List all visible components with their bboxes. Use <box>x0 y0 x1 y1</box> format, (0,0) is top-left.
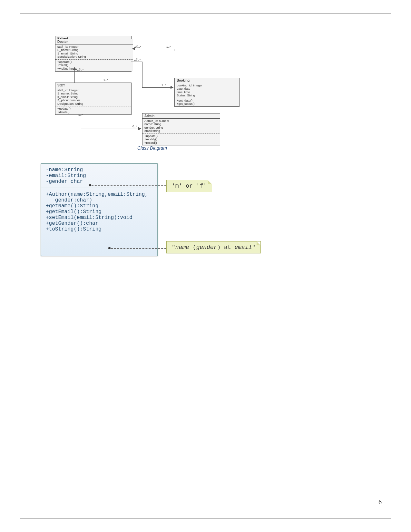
assoc-patient-staff <box>74 69 75 83</box>
class-staff-title: Staff <box>55 83 131 88</box>
anchor-dot-icon <box>89 184 91 186</box>
op: +get_status() <box>177 102 237 105</box>
mult: 1..* <box>78 113 83 116</box>
q: " <box>252 244 255 251</box>
attr: Specialization: String <box>57 55 131 58</box>
class-staff: Staff staff_id: Integer S_name: String s… <box>55 83 132 115</box>
op: gender:char) <box>46 197 153 203</box>
nav-arrow-up-icon <box>73 67 76 70</box>
t: ( <box>189 244 196 251</box>
class-diagram-bottom: -name:String -email:String -gender:char … <box>41 163 266 258</box>
attr: email:string <box>144 129 218 133</box>
op: +visiting hours <box>57 67 131 70</box>
note-gender: 'm' or 'f' <box>166 180 212 192</box>
note-connector <box>111 248 166 249</box>
mult: 1©..* <box>134 45 141 48</box>
class-diagram-top: Patient patient_id: integer name: String… <box>55 36 297 145</box>
class-doctor: Doctor staff_id: Integer S_name: String … <box>55 39 133 71</box>
figure-caption: Class Diagram <box>137 145 167 151</box>
op: +getGender():char <box>46 221 153 226</box>
assoc-seg <box>142 87 174 88</box>
op: +toString():String <box>46 226 153 232</box>
assoc-seg <box>142 62 142 87</box>
mult: 1©..* <box>77 68 83 71</box>
class-booking: Booking booking_id: integer date: date t… <box>174 78 240 107</box>
assoc-patient-doctor <box>131 49 174 49</box>
note-gender-text: 'm' or 'f' <box>172 183 207 189</box>
i: email <box>234 244 252 251</box>
op: +getEmail():String <box>46 209 153 215</box>
i: gender <box>196 244 217 251</box>
attr: -gender:char <box>46 179 153 184</box>
assoc-patient-booking <box>131 62 142 62</box>
assoc-seg <box>174 49 174 51</box>
note-connector <box>92 185 166 186</box>
mult: 1..* <box>166 45 171 48</box>
op: +record() <box>144 141 218 144</box>
class-booking-title: Booking <box>175 78 239 83</box>
attr: -name:String <box>46 167 153 173</box>
q: " <box>172 244 175 251</box>
mult: 1©..* <box>134 58 141 61</box>
op: +getName():String <box>46 203 153 209</box>
class-doctor-title: Doctor <box>55 39 133 44</box>
mult: 1..* <box>103 78 108 82</box>
class-admin-title: Admin <box>142 113 220 119</box>
attr: Designation: String <box>57 102 129 105</box>
op: +setEmail(email:String):void <box>46 215 153 221</box>
attr: -email:String <box>46 173 153 179</box>
class-admin: Admin Admin_id: number name: string gend… <box>142 113 220 145</box>
open-arrow-border-icon <box>171 86 173 89</box>
op: +delete() <box>57 111 129 114</box>
mult: 0..* <box>132 125 137 128</box>
open-arrow-border-icon <box>138 127 141 130</box>
mult: 1..* <box>161 84 166 87</box>
op: +operate() <box>57 60 131 64</box>
class-author: -name:String -email:String -gender:char … <box>41 163 158 256</box>
assoc-seg <box>81 129 142 129</box>
page-number: 6 <box>378 498 382 506</box>
t: ) at <box>217 244 234 251</box>
attr: Status: String <box>177 94 237 97</box>
anchor-dot-icon <box>108 247 111 249</box>
op: +Author(name:String,email:String, <box>46 192 153 197</box>
i: name <box>175 244 189 251</box>
note-tostring: "name (gender) at email" <box>166 241 261 253</box>
